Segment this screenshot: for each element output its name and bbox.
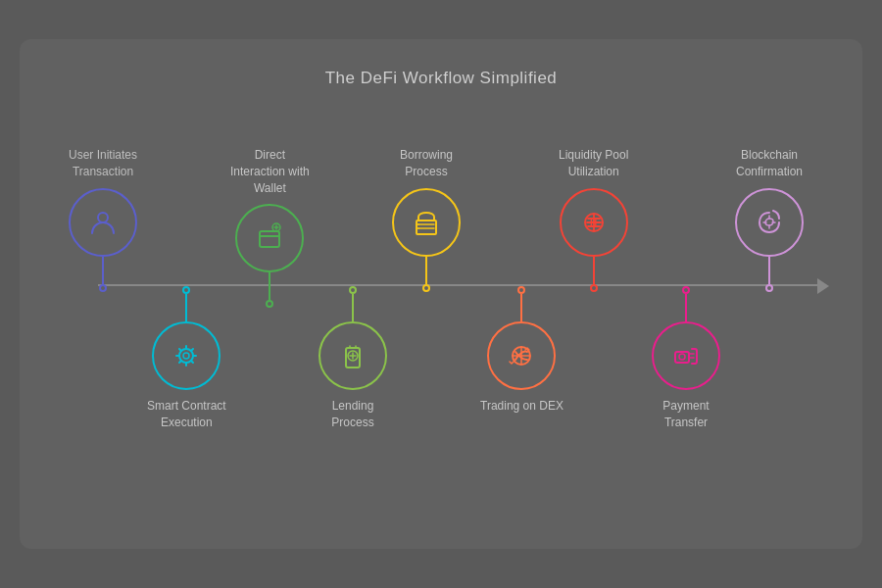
stem-dex xyxy=(520,294,522,321)
svg-point-14 xyxy=(679,354,685,360)
node-label-blockchain: BlockchainConfirmation xyxy=(736,147,803,180)
node-borrowing: BorrowingProcess xyxy=(392,147,461,292)
node-label-borrowing: BorrowingProcess xyxy=(400,147,453,180)
dot-blockchain xyxy=(765,284,773,292)
stem-payment xyxy=(685,294,687,321)
dot-dex xyxy=(517,286,525,294)
svg-point-0 xyxy=(98,213,108,222)
dot-borrowing xyxy=(422,284,430,292)
dot-smart xyxy=(182,286,190,294)
node-label-lending: LendingProcess xyxy=(331,398,373,431)
node-label-payment: PaymentTransfer xyxy=(662,398,709,431)
dot-payment xyxy=(682,286,690,294)
node-circle-dex xyxy=(487,321,556,390)
dot-wallet xyxy=(266,300,273,308)
node-circle-wallet xyxy=(235,204,304,272)
node-circle-lending xyxy=(318,321,387,390)
node-circle-liquidity: H xyxy=(560,188,628,257)
node-circle-payment xyxy=(652,321,720,390)
node-liquidity: Liquidity PoolUtilization H xyxy=(559,147,628,292)
dot-user xyxy=(99,284,107,292)
node-label-smart: Smart ContractExecution xyxy=(147,398,226,431)
stem-lending xyxy=(352,294,354,321)
workflow-area: User InitiatesTransaction xyxy=(39,98,843,490)
page-title: The DeFi Workflow Simplified xyxy=(325,69,558,88)
stem-user xyxy=(102,257,104,284)
node-wallet: DirectInteraction withWallet xyxy=(230,147,310,308)
svg-text:H: H xyxy=(590,218,597,228)
node-circle-user xyxy=(69,188,137,257)
node-circle-smart xyxy=(152,321,220,390)
svg-point-2 xyxy=(183,353,189,359)
stem-liquidity xyxy=(593,257,595,284)
timeline-arrow xyxy=(817,278,829,294)
stem-blockchain xyxy=(768,257,770,284)
dot-liquidity xyxy=(590,284,598,292)
node-label-dex: Trading on DEX xyxy=(480,398,564,415)
node-dex: Trading on DEX xyxy=(480,286,564,415)
node-smart-contract: Smart ContractExecution xyxy=(147,286,226,431)
node-user-initiates: User InitiatesTransaction xyxy=(69,147,137,292)
stem-wallet xyxy=(269,272,270,300)
node-lending: LendingProcess xyxy=(318,286,387,431)
stem-borrowing xyxy=(425,257,427,284)
node-label-liquidity: Liquidity PoolUtilization xyxy=(559,147,628,180)
node-circle-blockchain xyxy=(735,188,804,257)
node-label-user: User InitiatesTransaction xyxy=(69,147,137,180)
main-container: The DeFi Workflow Simplified User Initia… xyxy=(20,39,862,549)
svg-rect-3 xyxy=(260,231,279,247)
dot-lending xyxy=(349,286,357,294)
node-payment: PaymentTransfer xyxy=(652,286,720,431)
stem-smart xyxy=(185,294,187,321)
node-blockchain: BlockchainConfirmation xyxy=(735,147,804,292)
node-label-wallet: DirectInteraction withWallet xyxy=(230,147,310,196)
svg-rect-7 xyxy=(416,220,436,234)
node-circle-borrowing xyxy=(392,188,461,257)
